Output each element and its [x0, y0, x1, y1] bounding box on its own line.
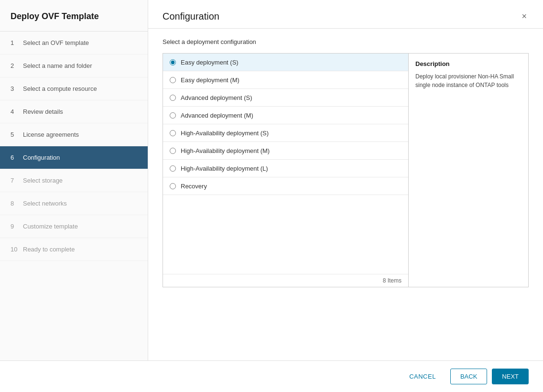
- step-label: License agreements: [23, 131, 79, 138]
- subtitle: Select a deployment configuration: [163, 38, 529, 45]
- sidebar: Deploy OVF Template 1Select an OVF templ…: [0, 0, 148, 360]
- sidebar-item-5[interactable]: 5License agreements: [0, 123, 148, 146]
- option-label: Easy deployment (M): [181, 76, 239, 84]
- step-label: Select storage: [23, 177, 63, 184]
- radio-advanced-m[interactable]: [170, 112, 176, 119]
- step-number: 6: [11, 154, 18, 161]
- option-label: Recovery: [181, 183, 207, 190]
- step-number: 4: [11, 108, 18, 115]
- footer: CANCEL BACK NEXT: [0, 360, 543, 392]
- step-label: Ready to complete: [23, 246, 75, 253]
- option-row-ha-m[interactable]: High-Availability deployment (M): [163, 142, 408, 160]
- description-title: Description: [415, 60, 521, 67]
- cancel-button[interactable]: CANCEL: [400, 369, 445, 384]
- step-label: Select a compute resource: [23, 85, 97, 92]
- option-label: High-Availability deployment (M): [181, 147, 270, 154]
- close-button[interactable]: ×: [520, 10, 529, 23]
- option-label: Advanced deployment (M): [181, 112, 253, 119]
- step-number: 5: [11, 131, 18, 138]
- radio-easy-s[interactable]: [170, 59, 176, 65]
- step-label: Select an OVF template: [23, 39, 89, 46]
- main-body: Select a deployment configuration Easy d…: [148, 29, 543, 360]
- option-row-ha-s[interactable]: High-Availability deployment (S): [163, 124, 408, 142]
- option-row-easy-m[interactable]: Easy deployment (M): [163, 71, 408, 89]
- sidebar-items: 1Select an OVF template2Select a name an…: [0, 32, 148, 261]
- step-label: Review details: [23, 108, 63, 115]
- option-row-advanced-m[interactable]: Advanced deployment (M): [163, 107, 408, 124]
- step-label: Configuration: [23, 154, 60, 161]
- radio-recovery[interactable]: [170, 183, 176, 189]
- option-row-recovery[interactable]: Recovery: [163, 177, 408, 195]
- deploy-ovf-modal: Deploy OVF Template 1Select an OVF templ…: [0, 0, 543, 392]
- main-header: Configuration ×: [148, 0, 543, 29]
- radio-easy-m[interactable]: [170, 77, 176, 83]
- sidebar-item-10: 10Ready to complete: [0, 238, 148, 261]
- back-button[interactable]: BACK: [450, 369, 487, 384]
- step-number: 7: [11, 177, 18, 184]
- option-label: Easy deployment (S): [181, 59, 239, 66]
- step-number: 1: [11, 39, 18, 46]
- options-list: Easy deployment (S)Easy deployment (M)Ad…: [163, 54, 409, 287]
- main-content: Configuration × Select a deployment conf…: [148, 0, 543, 360]
- step-number: 10: [11, 246, 18, 253]
- radio-ha-s[interactable]: [170, 130, 176, 136]
- sidebar-item-6[interactable]: 6Configuration: [0, 146, 148, 169]
- option-label: High-Availability deployment (S): [181, 130, 269, 137]
- step-number: 2: [11, 62, 18, 69]
- page-title: Configuration: [163, 11, 219, 22]
- radio-ha-m[interactable]: [170, 148, 176, 154]
- sidebar-item-4[interactable]: 4Review details: [0, 100, 148, 123]
- option-row-easy-s[interactable]: Easy deployment (S): [163, 54, 408, 71]
- option-row-advanced-s[interactable]: Advanced deployment (S): [163, 89, 408, 107]
- description-text: Deploy local provisioner Non-HA Small si…: [415, 72, 521, 89]
- description-panel: Description Deploy local provisioner Non…: [409, 54, 528, 287]
- sidebar-item-3[interactable]: 3Select a compute resource: [0, 77, 148, 100]
- step-number: 3: [11, 85, 18, 92]
- option-label: High-Availability deployment (L): [181, 165, 268, 172]
- step-label: Customize template: [23, 223, 78, 230]
- config-container: Easy deployment (S)Easy deployment (M)Ad…: [163, 53, 529, 287]
- step-label: Select a name and folder: [23, 62, 92, 69]
- options-items: Easy deployment (S)Easy deployment (M)Ad…: [163, 54, 408, 195]
- step-label: Select networks: [23, 200, 67, 207]
- radio-advanced-s[interactable]: [170, 95, 176, 101]
- option-label: Advanced deployment (S): [181, 94, 252, 101]
- sidebar-item-2[interactable]: 2Select a name and folder: [0, 54, 148, 77]
- sidebar-item-7: 7Select storage: [0, 169, 148, 192]
- sidebar-item-1[interactable]: 1Select an OVF template: [0, 32, 148, 54]
- sidebar-title: Deploy OVF Template: [0, 0, 148, 32]
- sidebar-item-8: 8Select networks: [0, 192, 148, 215]
- step-number: 8: [11, 200, 18, 207]
- step-number: 9: [11, 223, 18, 230]
- modal-body: Deploy OVF Template 1Select an OVF templ…: [0, 0, 543, 360]
- items-count: 8 Items: [163, 274, 408, 287]
- sidebar-item-9: 9Customize template: [0, 215, 148, 238]
- radio-ha-l[interactable]: [170, 165, 176, 172]
- next-button[interactable]: NEXT: [492, 369, 529, 384]
- option-row-ha-l[interactable]: High-Availability deployment (L): [163, 160, 408, 177]
